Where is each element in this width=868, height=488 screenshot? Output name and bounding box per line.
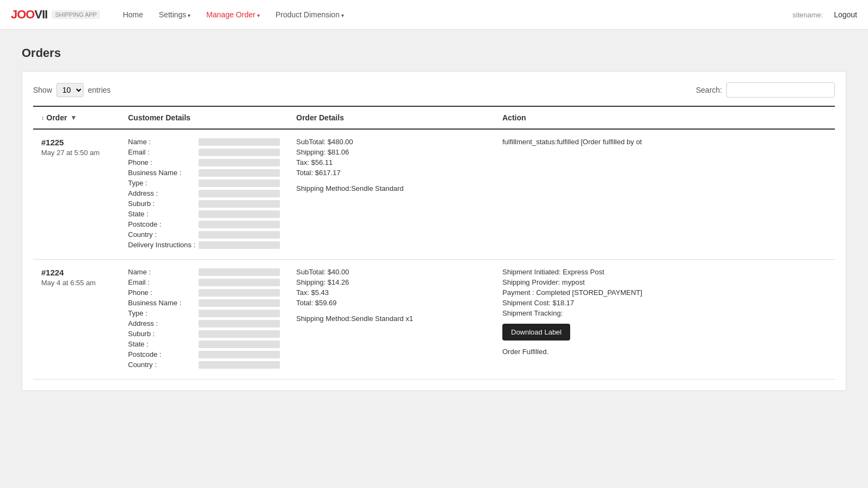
- field-value-bar: [199, 241, 280, 249]
- order-cell: #1224 May 4 at 6:55 am: [33, 260, 120, 380]
- field-value-bar: [199, 330, 280, 338]
- entries-control: Show 10 25 50 entries: [33, 83, 111, 97]
- field-value-bar: [199, 289, 280, 297]
- field-label: Type :: [128, 179, 199, 187]
- customer-field: Address :: [128, 189, 280, 197]
- order-line: SubTotal: $40.00: [296, 268, 486, 276]
- col-header-action: Action: [494, 106, 835, 129]
- table-row: #1225 May 27 at 5:50 am Name :Email :Pho…: [33, 129, 835, 260]
- field-value-bar: [199, 179, 280, 187]
- customer-field: Name :: [128, 138, 280, 146]
- col-header-order: ↕ Order ▼: [33, 106, 120, 129]
- field-value-bar: [199, 341, 280, 348]
- logo-red: JOO: [11, 8, 34, 21]
- field-label: Business Name :: [128, 169, 199, 177]
- field-value-bar: [199, 221, 280, 228]
- field-label: Phone :: [128, 158, 199, 166]
- logo: JOOVII: [11, 8, 47, 22]
- customer-field: Name :: [128, 268, 280, 276]
- field-label: Postcode :: [128, 220, 199, 228]
- table-controls: Show 10 25 50 entries Search:: [33, 82, 835, 98]
- field-value-bar: [199, 210, 280, 218]
- customer-field: State :: [128, 340, 280, 348]
- order-date: May 27 at 5:50 am: [41, 149, 112, 157]
- field-value-bar: [199, 169, 280, 177]
- search-input[interactable]: [726, 82, 835, 98]
- nav-product-dimension[interactable]: Product Dimension▾: [269, 6, 350, 23]
- field-value-bar: [199, 159, 280, 166]
- customer-field: Postcode :: [128, 350, 280, 358]
- field-label: Name :: [128, 138, 199, 146]
- field-label: Delivery Instructions :: [128, 241, 199, 249]
- order-line: Shipping: $81.06: [296, 148, 486, 156]
- customer-field: Business Name :: [128, 299, 280, 307]
- customer-field: Delivery Instructions :: [128, 241, 280, 249]
- shipment-detail: Shipment Cost: $18.17: [502, 299, 827, 307]
- order-line: Shipping Method:Sendle Standard: [296, 184, 486, 192]
- field-value-bar: [199, 138, 280, 146]
- table-row: #1224 May 4 at 6:55 am Name :Email :Phon…: [33, 260, 835, 380]
- field-label: Email :: [128, 148, 199, 156]
- field-label: Country :: [128, 361, 199, 369]
- navbar: JOOVII SHIPPING APP Home Settings▾ Manag…: [0, 0, 868, 30]
- customer-field: Email :: [128, 148, 280, 156]
- shipment-detail: Shipment Initiated: Express Post: [502, 268, 827, 276]
- download-label-button[interactable]: Download Label: [502, 324, 570, 341]
- field-label: Email :: [128, 278, 199, 286]
- table-container: Show 10 25 50 entries Search: ↕: [22, 71, 846, 391]
- nav-manage-order[interactable]: Manage Order▾: [200, 6, 266, 23]
- field-label: Address :: [128, 189, 199, 197]
- customer-field: State :: [128, 210, 280, 218]
- customer-field: Business Name :: [128, 169, 280, 177]
- order-id: #1225: [41, 138, 112, 147]
- customer-field: Country :: [128, 230, 280, 239]
- customer-field: Postcode :: [128, 220, 280, 228]
- field-value-bar: [199, 351, 280, 358]
- field-label: Business Name :: [128, 299, 199, 307]
- nav-home[interactable]: Home: [116, 6, 149, 23]
- customer-field: Phone :: [128, 158, 280, 166]
- action-text: fulfillment_status:fulfilled [Order fulf…: [502, 138, 827, 146]
- field-value-bar: [199, 190, 280, 197]
- field-label: Phone :: [128, 288, 199, 297]
- order-line: [296, 179, 486, 184]
- order-details-cell: SubTotal: $40.00Shipping: $14.26Tax: $5.…: [288, 260, 494, 380]
- order-line: SubTotal: $480.00: [296, 138, 486, 146]
- order-line: Total: $59.69: [296, 299, 486, 307]
- shipment-detail: Shipment Tracking:: [502, 309, 827, 317]
- customer-details-cell: Name :Email :Phone :Business Name :Type …: [120, 260, 288, 380]
- app-label: SHIPPING APP: [52, 10, 100, 19]
- orders-table: ↕ Order ▼ Customer Details Order Details…: [33, 106, 835, 380]
- logout-button[interactable]: Logout: [834, 10, 857, 19]
- order-line: [296, 309, 486, 314]
- shipment-detail: Shipping Provider: mypost: [502, 278, 827, 286]
- order-date: May 4 at 6:55 am: [41, 279, 112, 287]
- field-label: Address :: [128, 319, 199, 328]
- sort-icon: ↕: [41, 114, 44, 121]
- manage-order-caret-icon: ▾: [257, 12, 260, 18]
- action-cell: Shipment Initiated: Express PostShipping…: [494, 260, 835, 380]
- filter-icon: ▼: [71, 114, 77, 121]
- field-value-bar: [199, 320, 280, 328]
- field-label: State :: [128, 340, 199, 348]
- field-label: Name :: [128, 268, 199, 276]
- order-details-cell: SubTotal: $480.00Shipping: $81.06Tax: $5…: [288, 129, 494, 260]
- field-value-bar: [199, 231, 280, 239]
- customer-field: Suburb :: [128, 200, 280, 208]
- order-id: #1224: [41, 268, 112, 277]
- field-label: Postcode :: [128, 350, 199, 358]
- page-title: Orders: [22, 46, 846, 60]
- customer-details-cell: Name :Email :Phone :Business Name :Type …: [120, 129, 288, 260]
- product-dimension-caret-icon: ▾: [341, 12, 344, 18]
- order-line: Tax: $5.43: [296, 288, 486, 297]
- customer-field: Type :: [128, 179, 280, 187]
- field-label: Type :: [128, 309, 199, 317]
- logo-black: VII: [34, 8, 47, 21]
- nav-settings[interactable]: Settings▾: [152, 6, 197, 23]
- nav-links: Home Settings▾ Manage Order▾ Product Dim…: [116, 6, 792, 23]
- order-fulfilled-text: Order Fulfilled.: [502, 348, 827, 356]
- field-label: Country :: [128, 230, 199, 239]
- search-control: Search:: [696, 82, 835, 98]
- entries-select[interactable]: 10 25 50: [56, 83, 84, 97]
- customer-field: Country :: [128, 361, 280, 369]
